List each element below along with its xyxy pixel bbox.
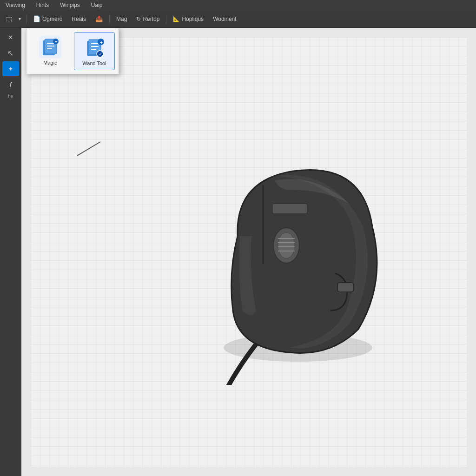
canvas-area — [21, 28, 476, 476]
mag-label: Mag — [116, 16, 127, 22]
reais-label: Reáis — [72, 16, 86, 22]
toolbar: ⬚ ▾ 📄 Ogmero Reáis 📤 Mag ↻ Rertop 📐 Hopl… — [0, 10, 476, 28]
menu-bar: Viewing Hints Winpips Uaip — [0, 0, 476, 10]
svg-line-9 — [77, 142, 100, 156]
wand-tool-label: Wand Tool — [82, 60, 106, 66]
svg-text:✦: ✦ — [54, 40, 58, 44]
magic-icon: ✦ — [39, 36, 61, 58]
sidebar-text-tool[interactable]: f — [2, 77, 19, 92]
svg-text:✦: ✦ — [99, 40, 103, 45]
svg-rect-8 — [272, 204, 307, 214]
dropdown-items: ✦ Magic ✦ ✓ Wand Tool — [30, 32, 115, 70]
wodinent-label: Wodinent — [213, 16, 236, 22]
ogmero-label: Ogmero — [42, 16, 62, 22]
toolbar-dropdown-btn[interactable]: ▾ — [16, 13, 23, 26]
toolbar-sep-1 — [26, 14, 26, 24]
svg-rect-1 — [337, 283, 354, 292]
new-icon: ⬚ — [6, 15, 12, 23]
toolbar-sep-3 — [166, 14, 166, 24]
ogmero-icon: 📄 — [33, 15, 40, 22]
wand-tool-icon: ✦ ✓ — [83, 36, 106, 59]
toolbar-rertop-btn[interactable]: ↻ Rertop — [132, 13, 163, 26]
sidebar-arrow-tool[interactable]: ↖ — [2, 46, 19, 60]
svg-point-3 — [278, 232, 295, 258]
dropdown-wand-item[interactable]: ✦ ✓ Wand Tool — [74, 32, 115, 70]
sidebar-close-tool[interactable]: ✕ — [2, 30, 19, 45]
dropdown-magic-item[interactable]: ✦ Magic — [30, 32, 70, 70]
export-icon: 📤 — [95, 15, 103, 22]
rertop-label: Rertop — [143, 16, 159, 22]
hopliqus-icon: 📐 — [173, 16, 180, 22]
magic-label: Magic — [43, 60, 57, 66]
rertop-icon: ↻ — [136, 16, 141, 22]
canvas-line — [77, 139, 105, 160]
sidebar-hint-label: he — [8, 94, 13, 99]
toolbar-wodinent-btn[interactable]: Wodinent — [209, 13, 240, 26]
menu-uaip[interactable]: Uaip — [89, 1, 105, 9]
mouse-illustration — [182, 143, 405, 385]
menu-winpips[interactable]: Winpips — [58, 1, 82, 9]
toolbar-hopliqus-btn[interactable]: 📐 Hopliqus — [169, 13, 207, 26]
toolbar-ogmero-btn[interactable]: 📄 Ogmero — [29, 13, 66, 26]
hopliqus-label: Hopliqus — [182, 16, 204, 22]
toolbar-sep-2 — [109, 14, 110, 24]
menu-hints[interactable]: Hints — [34, 1, 51, 9]
toolbar-export-btn[interactable]: 📤 — [92, 13, 106, 26]
svg-text:✓: ✓ — [99, 52, 102, 57]
toolbar-reais-btn[interactable]: Reáis — [68, 13, 90, 26]
menu-viewing[interactable]: Viewing — [4, 1, 27, 9]
left-sidebar: ✕ ↖ ✦ f he — [0, 28, 21, 476]
canvas-white[interactable] — [31, 37, 467, 467]
dropdown-panel: ✦ Magic ✦ ✓ Wand Tool — [26, 28, 119, 74]
toolbar-new-btn[interactable]: ⬚ — [3, 13, 15, 26]
toolbar-mag-btn[interactable]: Mag — [112, 13, 131, 26]
sidebar-wand-tool[interactable]: ✦ — [2, 61, 19, 76]
